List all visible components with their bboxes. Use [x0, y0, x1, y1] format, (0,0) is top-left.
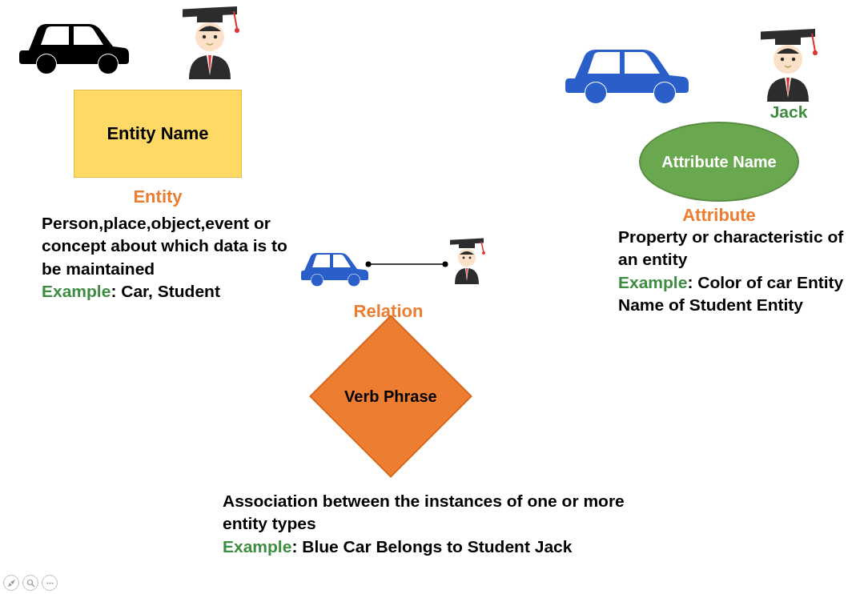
svg-point-30: [27, 580, 32, 584]
svg-point-26: [482, 251, 485, 255]
svg-point-8: [214, 35, 217, 38]
svg-point-9: [585, 82, 606, 103]
entity-shape-text: Entity Name: [106, 123, 208, 144]
entity-description: Person,place,object,event or concept abo…: [42, 214, 287, 278]
graduate-top-left-icon: [175, 3, 245, 86]
svg-point-28: [463, 257, 465, 259]
relation-shape: Verb Phrase: [303, 328, 479, 464]
relation-shape-text: Verb Phrase: [344, 387, 437, 406]
svg-point-14: [813, 50, 818, 55]
svg-rect-12: [775, 37, 801, 45]
attr-student-name: Jack: [765, 102, 813, 122]
svg-point-34: [51, 582, 53, 584]
attribute-example-label: Example: [618, 273, 687, 291]
car-black-icon: [13, 6, 133, 82]
relation-illustration: [295, 232, 495, 299]
attribute-shape: Attribute Name: [639, 122, 799, 202]
pen-icon[interactable]: [3, 575, 19, 591]
svg-point-20: [443, 262, 448, 267]
svg-point-0: [37, 54, 56, 74]
svg-point-32: [46, 582, 48, 584]
entity-example-label: Example: [42, 282, 111, 300]
svg-point-5: [235, 28, 239, 33]
relation-description-block: Association between the instances of one…: [223, 490, 631, 558]
attribute-shape-text: Attribute Name: [661, 152, 776, 171]
more-icon[interactable]: [42, 575, 58, 591]
svg-line-31: [32, 584, 34, 587]
entity-title: Entity: [74, 187, 242, 207]
svg-point-16: [781, 58, 784, 61]
zoom-icon[interactable]: [22, 575, 38, 591]
svg-point-17: [792, 58, 795, 61]
svg-point-7: [203, 35, 206, 38]
svg-point-19: [366, 262, 372, 267]
entity-shape: Entity Name: [74, 90, 242, 178]
bottom-toolbar: [3, 575, 58, 591]
relation-description: Association between the instances of one…: [223, 492, 625, 532]
entity-example-text: : Car, Student: [111, 282, 220, 300]
svg-rect-24: [459, 243, 475, 248]
svg-point-10: [654, 82, 675, 103]
svg-point-29: [469, 257, 472, 259]
relation-example-label: Example: [223, 537, 291, 556]
relation-example-text: : Blue Car Belongs to Student Jack: [291, 537, 572, 556]
attribute-description: Property or characteristic of an entity: [618, 227, 843, 268]
svg-point-21: [311, 275, 323, 287]
svg-point-1: [98, 54, 118, 74]
car-blue-attr-icon: [557, 32, 693, 111]
svg-point-22: [348, 275, 360, 287]
svg-rect-3: [197, 14, 223, 22]
attribute-description-block: Property or characteristic of an entity …: [618, 226, 866, 316]
svg-point-33: [49, 582, 50, 584]
graduate-attr-icon: [753, 26, 823, 109]
attribute-title: Attribute: [639, 205, 799, 226]
entity-description-block: Person,place,object,event or concept abo…: [42, 212, 290, 303]
svg-line-25: [481, 242, 484, 252]
